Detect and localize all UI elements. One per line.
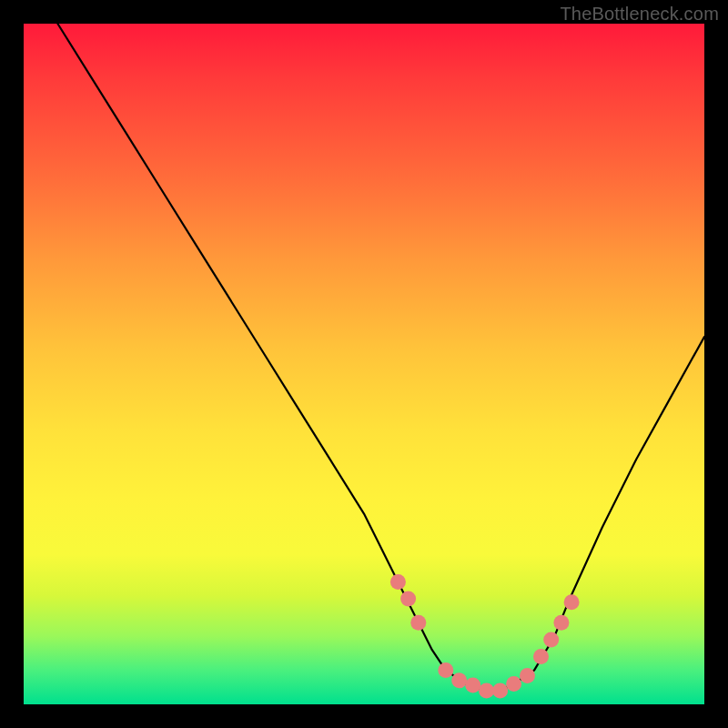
curve-marker [543, 632, 559, 647]
bottleneck-curve [57, 24, 704, 691]
curve-marker [390, 574, 406, 590]
curve-marker [400, 592, 416, 607]
curve-marker [451, 672, 467, 688]
curve-marker [492, 683, 508, 699]
curve-marker [506, 676, 521, 692]
curve-marker [553, 615, 569, 631]
curve-marker [465, 678, 480, 693]
curve-marker [533, 649, 549, 664]
curve-marker [438, 662, 453, 678]
curve-marker [479, 683, 494, 699]
curve-marker [410, 615, 426, 631]
curve-marker [520, 668, 535, 683]
chart-svg [0, 0, 728, 728]
curve-marker [564, 594, 580, 610]
